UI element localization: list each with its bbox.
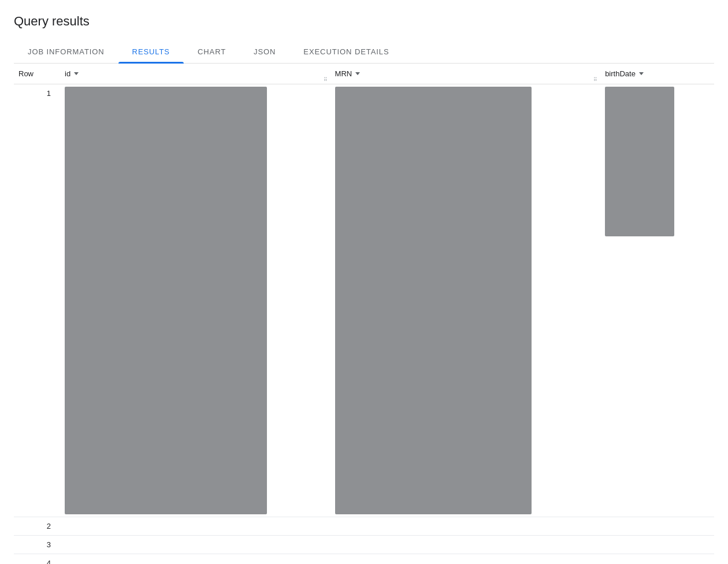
- tabs-container: JOB INFORMATION RESULTS CHART JSON EXECU…: [14, 40, 714, 64]
- cell-birthdate: [600, 517, 714, 536]
- birthdate-sort-icon[interactable]: [639, 72, 644, 75]
- cell-birthdate: [600, 84, 714, 517]
- cell-mrn: [330, 554, 601, 565]
- row-number: 1: [14, 84, 60, 517]
- table-header-row: Row id ⠿ MRN ⠿: [14, 64, 714, 84]
- col-header-mrn[interactable]: MRN ⠿: [330, 64, 601, 84]
- mrn-resize-handle[interactable]: ⠿: [593, 77, 598, 81]
- tab-execution-details[interactable]: EXECUTION DETAILS: [289, 40, 403, 63]
- results-table-wrapper: Row id ⠿ MRN ⠿: [14, 64, 714, 564]
- cell-id: [60, 554, 330, 565]
- cell-id: [60, 536, 330, 554]
- row-number: 2: [14, 517, 60, 536]
- table-row: 1: [14, 84, 714, 517]
- tab-json[interactable]: JSON: [240, 40, 289, 63]
- col-header-row: Row: [14, 64, 60, 84]
- cell-mrn: [330, 84, 601, 517]
- table-row: 3: [14, 536, 714, 554]
- tab-job-information[interactable]: JOB INFORMATION: [14, 40, 118, 63]
- page-title: Query results: [14, 14, 714, 29]
- tab-chart[interactable]: CHART: [184, 40, 240, 63]
- cell-id: [60, 84, 330, 517]
- id-sort-icon[interactable]: [74, 72, 79, 75]
- table-row: 4: [14, 554, 714, 565]
- row-number: 4: [14, 554, 60, 565]
- table-body: 12 3 4 5 6 7 8 9 10 11 12 13 14 15: [14, 84, 714, 565]
- col-header-id[interactable]: id ⠿: [60, 64, 330, 84]
- page-container: Query results JOB INFORMATION RESULTS CH…: [0, 0, 728, 564]
- mrn-sort-icon[interactable]: [355, 72, 360, 75]
- cell-id: [60, 517, 330, 536]
- tab-results[interactable]: RESULTS: [118, 40, 184, 63]
- id-resize-handle[interactable]: ⠿: [324, 77, 328, 81]
- cell-mrn: [330, 517, 601, 536]
- cell-mrn: [330, 536, 601, 554]
- table-row: 2: [14, 517, 714, 536]
- cell-birthdate: [600, 554, 714, 565]
- row-number: 3: [14, 536, 60, 554]
- results-table: Row id ⠿ MRN ⠿: [14, 64, 714, 564]
- cell-birthdate: [600, 536, 714, 554]
- col-header-birthdate[interactable]: birthDate: [600, 64, 714, 84]
